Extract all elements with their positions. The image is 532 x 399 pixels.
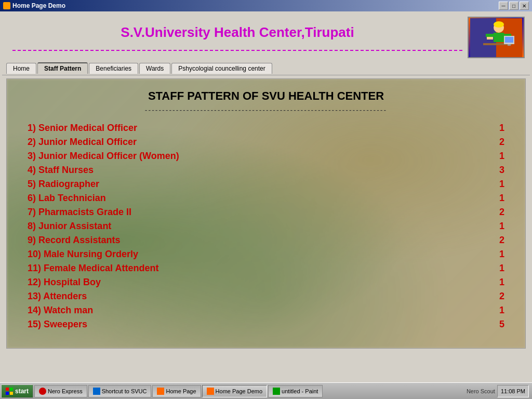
staff-item-count: 1 [494, 277, 504, 288]
tab-beneficiaries[interactable]: Beneficiaries [89, 63, 138, 74]
nav-bar: Home Staff Pattern Beneficiaries Wards P… [2, 61, 530, 75]
start-button[interactable]: start [1, 384, 33, 398]
svg-rect-12 [6, 388, 9, 391]
staff-list-item: 10) Male Nursing Orderly1 [28, 249, 504, 260]
svg-rect-11 [487, 37, 493, 39]
svg-rect-14 [6, 392, 9, 395]
window-icon [3, 2, 10, 9]
staff-list-item: 7) Pharmacists Grade II2 [28, 207, 504, 218]
staff-list: 1) Senior Medical Officer12) Junior Medi… [28, 123, 504, 330]
svg-rect-4 [494, 33, 504, 42]
staff-list-item: 3) Junior Medical Officer (Women)1 [28, 151, 504, 162]
staff-item-name: 15) Sweepers [28, 319, 87, 330]
staff-item-count: 1 [494, 123, 504, 134]
staff-list-item: 13) Attenders2 [28, 291, 504, 302]
close-button[interactable]: ✕ [520, 2, 529, 10]
svg-rect-10 [508, 44, 511, 46]
staff-item-count: 2 [494, 291, 504, 302]
staff-item-name: 9) Record Assistants [28, 235, 120, 246]
title-bar: Home Page Demo ─ □ ✕ [0, 0, 532, 11]
svg-rect-15 [10, 392, 13, 395]
staff-list-item: 1) Senior Medical Officer1 [28, 123, 504, 134]
home-page-demo-icon [207, 388, 214, 395]
staff-item-count: 2 [494, 207, 504, 218]
taskbar-shortcut-svuc[interactable]: Shortcut to SVUC [88, 385, 152, 397]
staff-item-name: 8) Junior Assistant [28, 221, 111, 232]
site-title: S.V.University Health Center,Tirupati [7, 24, 468, 41]
taskbar-right: Nero Scout 11:08 PM [467, 385, 531, 397]
staff-item-count: 2 [494, 235, 504, 246]
window-content: S.V.University Health Center,Tirupati [0, 11, 532, 354]
window-title: Home Page Demo [12, 2, 65, 9]
staff-item-name: 4) Staff Nurses [28, 165, 94, 176]
staff-item-name: 14) Watch man [28, 305, 93, 316]
taskbar-home-page-demo[interactable]: Home Page Demo [202, 385, 268, 397]
staff-item-count: 2 [494, 137, 504, 148]
header: S.V.University Health Center,Tirupati [2, 14, 530, 61]
staff-item-name: 7) Pharmacists Grade II [28, 207, 131, 218]
staff-item-count: 1 [494, 151, 504, 162]
staff-content: STAFF PATTERN OF SVU HEALTH CENTER -----… [7, 79, 525, 343]
maximize-button[interactable]: □ [509, 2, 518, 10]
staff-list-item: 15) Sweepers5 [28, 319, 504, 330]
staff-list-item: 14) Watch man1 [28, 305, 504, 316]
system-clock: 11:08 PM [497, 385, 529, 397]
staff-item-count: 3 [494, 165, 504, 176]
paint-icon [273, 388, 280, 395]
tab-wards[interactable]: Wards [139, 63, 170, 74]
staff-list-item: 9) Record Assistants2 [28, 235, 504, 246]
taskbar-home-page[interactable]: Home Page [152, 385, 201, 397]
taskbar: start Nero Express Shortcut to SVUC Home… [0, 382, 532, 399]
staff-item-count: 1 [494, 305, 504, 316]
staff-item-name: 1) Senior Medical Officer [28, 123, 137, 134]
svg-point-3 [494, 21, 504, 28]
staff-item-name: 2) Junior Medical Officer [28, 137, 137, 148]
main-content: STAFF PATTERN OF SVU HEALTH CENTER -----… [6, 78, 526, 349]
staff-item-name: 5) Radiographer [28, 179, 99, 190]
staff-item-name: 13) Attenders [28, 291, 87, 302]
staff-item-name: 12) Hospital Boy [28, 277, 101, 288]
title-bar-left: Home Page Demo [3, 2, 65, 9]
svg-rect-13 [10, 388, 13, 391]
staff-item-count: 1 [494, 193, 504, 204]
staff-list-item: 5) Radiographer1 [28, 179, 504, 190]
staff-list-item: 11) Female Medical Attendent1 [28, 263, 504, 274]
staff-item-count: 5 [494, 319, 504, 330]
title-underline [12, 41, 462, 51]
header-illustration [470, 18, 522, 57]
header-image [468, 17, 525, 58]
staff-item-name: 6) Lab Technician [28, 193, 106, 204]
staff-item-name: 11) Female Medical Attendent [28, 263, 158, 274]
svg-rect-5 [486, 34, 494, 37]
title-bar-controls: ─ □ ✕ [499, 2, 529, 10]
svg-rect-9 [505, 37, 513, 43]
staff-item-name: 10) Male Nursing Orderly [28, 249, 138, 260]
staff-item-count: 1 [494, 221, 504, 232]
nero-icon [39, 388, 46, 395]
nero-scout-label: Nero Scout [467, 388, 495, 394]
windows-logo-icon [6, 388, 13, 395]
staff-list-item: 8) Junior Assistant1 [28, 221, 504, 232]
staff-item-count: 1 [494, 249, 504, 260]
tab-staff-pattern[interactable]: Staff Pattern [37, 62, 88, 74]
staff-list-item: 2) Junior Medical Officer2 [28, 137, 504, 148]
minimize-button[interactable]: ─ [499, 2, 508, 10]
shortcut-icon [93, 388, 100, 395]
staff-section-title: STAFF PATTERN OF SVU HEALTH CENTER [28, 89, 504, 103]
staff-item-name: 3) Junior Medical Officer (Women) [28, 151, 179, 162]
staff-item-count: 1 [494, 179, 504, 190]
home-page-icon [157, 388, 164, 395]
staff-list-item: 12) Hospital Boy1 [28, 277, 504, 288]
staff-list-item: 4) Staff Nurses3 [28, 165, 504, 176]
staff-item-count: 1 [494, 263, 504, 274]
tab-home[interactable]: Home [6, 63, 36, 74]
staff-list-item: 6) Lab Technician1 [28, 193, 504, 204]
staff-divider: ----------------------------------------… [28, 106, 504, 114]
taskbar-nero-express[interactable]: Nero Express [34, 385, 87, 397]
tab-pshycologial[interactable]: Pshycologial councelling center [171, 63, 272, 74]
taskbar-paint[interactable]: untitled - Paint [268, 385, 323, 397]
